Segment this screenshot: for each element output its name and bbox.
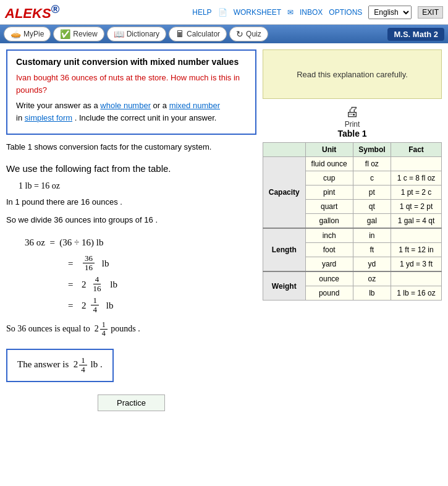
fraction-4-16: 4 16	[91, 275, 103, 294]
symbol-cup: c	[353, 171, 391, 185]
length-category: Length	[263, 228, 306, 271]
print-icon: 🖨	[345, 104, 359, 120]
step4: = 2 1 4 lb	[68, 296, 256, 315]
equals2: =	[68, 254, 78, 273]
instruction3: . Include the correct unit in your answe…	[75, 113, 217, 122]
whole-number-link[interactable]: whole number	[100, 101, 151, 110]
review-button[interactable]: ✅ Review	[53, 27, 104, 41]
answer-label: The answer is	[17, 359, 69, 369]
line2: So we divide 36 ounces into groups of 16…	[6, 214, 256, 227]
conclusion: So 36 ounces is equal to 2 1 4 pounds .	[6, 321, 256, 338]
navbar: 🥧 MyPie ✅ Review 📖 Dictionary 🖩 Calculat…	[0, 25, 448, 43]
step2: = 36 16 lb	[68, 254, 256, 273]
calculator-button[interactable]: 🖩 Calculator	[169, 27, 227, 41]
equals3: =	[68, 275, 78, 294]
help-link[interactable]: HELP	[192, 8, 211, 17]
answer-box: The answer is 2 1 4 lb .	[6, 349, 114, 382]
problem-body-text: Ivan bought 36 ounces of nuts at the sto…	[16, 73, 240, 95]
lb2: lb	[99, 254, 109, 273]
inbox-link[interactable]: INBOX	[300, 8, 323, 17]
fact-cup: 1 c = 8 fl oz	[391, 171, 442, 185]
table1: Table 1 Unit Symbol Fact Capacity fluid …	[263, 129, 442, 301]
step1: 36 oz = (36 ÷ 16) lb	[25, 233, 256, 252]
worksheet-link[interactable]: WORKSHEET	[234, 8, 281, 17]
fact-pound: 1 lb = 16 oz	[391, 286, 442, 301]
problem-title: Customary unit conversion with mixed num…	[16, 57, 247, 67]
line1: In 1 pound there are 16 ounces .	[6, 196, 256, 209]
practice-area: Practice	[6, 394, 256, 411]
fact-fluid-ounce	[391, 157, 442, 171]
step3: = 2 4 16 lb	[68, 275, 256, 294]
conclusion-den: 4	[100, 330, 108, 338]
table-row: Length inch in	[263, 228, 442, 243]
lb4: lb	[104, 296, 113, 315]
explanation-text: Read this explanation carefully.	[297, 70, 408, 79]
symbol-yard: yd	[353, 257, 391, 272]
answer-fraction: 1 4	[79, 356, 87, 375]
key-fact: 1 lb = 16 oz	[19, 181, 256, 191]
or-text: or a	[153, 101, 167, 110]
problem-body: Ivan bought 36 ounces of nuts at the sto…	[16, 72, 247, 96]
fact-yard: 1 yd = 3 ft	[391, 257, 442, 272]
col-header-unit-name: Unit	[305, 143, 353, 157]
unit-ounce: ounce	[305, 271, 353, 286]
table-ref: Table 1 shows conversion facts for the c…	[6, 141, 256, 154]
symbol-fluid-ounce: fl oz	[353, 157, 391, 171]
header: ALEKS® HELP 📄 WORKSHEET ✉ INBOX OPTIONS …	[0, 0, 448, 25]
left-panel: Customary unit conversion with mixed num…	[6, 49, 256, 417]
unit-quart: quart	[305, 200, 353, 214]
mypie-button[interactable]: 🥧 MyPie	[4, 27, 51, 41]
review-label: Review	[73, 30, 97, 38]
mixed-number-link[interactable]: mixed number	[169, 101, 220, 110]
unit-cup: cup	[305, 171, 353, 185]
practice-button[interactable]: Practice	[98, 394, 165, 411]
worksheet-icon: 📄	[218, 8, 227, 17]
table1-title: Table 1	[263, 129, 442, 139]
symbol-pound: lb	[353, 286, 391, 301]
logo-text: ALEKS	[5, 6, 51, 21]
fraction-1-4: 1 4	[91, 296, 99, 315]
dictionary-button[interactable]: 📖 Dictionary	[107, 27, 166, 41]
fact-quart: 1 qt = 2 pt	[391, 200, 442, 214]
review-icon: ✅	[60, 29, 70, 39]
instruction2: in	[16, 113, 22, 122]
mypie-icon: 🥧	[11, 29, 21, 39]
calculator-label: Calculator	[187, 30, 220, 38]
print-button[interactable]: 🖨 Print	[345, 104, 360, 129]
col-header-fact: Fact	[391, 143, 442, 157]
unit-fluid-ounce: fluid ounce	[305, 157, 353, 171]
equals4: =	[68, 296, 78, 315]
exit-button[interactable]: EXIT	[418, 6, 443, 19]
dictionary-label: Dictionary	[127, 30, 159, 38]
capacity-category: Capacity	[263, 157, 306, 229]
fraction-36-16: 36 16	[83, 254, 95, 273]
course-label: M.S. Math 2	[387, 28, 444, 41]
fact-gallon: 1 gal = 4 qt	[391, 214, 442, 229]
answer-num: 1	[79, 356, 87, 365]
fact-intro-text: We use the following fact from the table…	[6, 163, 171, 174]
symbol-ounce: oz	[353, 271, 391, 286]
conclusion-num: 1	[100, 321, 108, 330]
table-header-row: Unit Symbol Fact	[263, 143, 442, 157]
symbol-quart: qt	[353, 200, 391, 214]
mypie-label: MyPie	[23, 30, 44, 38]
conclusion-fraction: 1 4	[100, 321, 108, 338]
fact-intro: We use the following fact from the table…	[6, 161, 256, 176]
col-header-unit	[263, 143, 306, 157]
unit-pound: pound	[305, 286, 353, 301]
unit-gallon: gallon	[305, 214, 353, 229]
explanation-box: Read this explanation carefully.	[263, 49, 442, 99]
language-select[interactable]: English	[368, 6, 412, 19]
right-panel: Read this explanation carefully. 🖨 Print…	[263, 49, 442, 417]
quiz-button[interactable]: ↻ Quiz	[229, 27, 268, 41]
unit-pint: pint	[305, 185, 353, 200]
options-link[interactable]: OPTIONS	[329, 8, 362, 17]
simplest-form-link[interactable]: simplest form	[25, 113, 72, 122]
logo-sup: ®	[51, 2, 60, 15]
instruction1: Write your answer as a	[16, 101, 98, 110]
step1-text: 36 oz = (36 ÷ 16) lb	[25, 233, 104, 252]
symbol-foot: ft	[353, 243, 391, 257]
fact-foot: 1 ft = 12 in	[391, 243, 442, 257]
symbol-inch: in	[353, 228, 391, 243]
conclusion-text2: pounds .	[111, 324, 140, 333]
